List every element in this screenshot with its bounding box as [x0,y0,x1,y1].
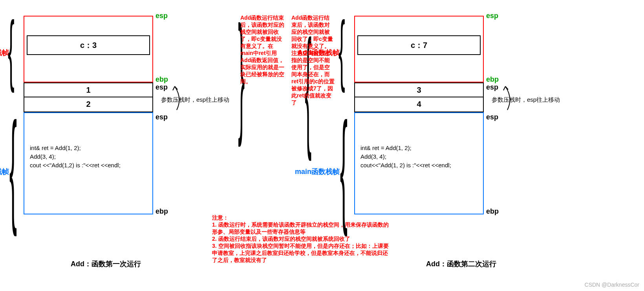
esp-black-label: esp [486,83,498,92]
c-variable-box: c：7 [357,35,481,55]
main-code: int& ret = Add(1, 2); Add(3, 4); cout <<… [30,144,121,170]
c-variable-box: c：3 [27,35,150,55]
left-caption: Add：函数第一次运行 [71,259,141,269]
esp-black-label: esp [156,83,168,92]
bottom-note: 注意： 1. 函数运行时，系统需要给该函数开辟独立的栈空间，用来保存该函数的形参… [212,214,389,264]
ebp-label: ebp [156,75,168,84]
params-block: 1 2 [24,82,153,112]
esp-black-label-2: esp [486,113,498,121]
params-block: 3 4 [354,82,484,112]
param-2: 4 [354,97,484,112]
arrow-icon [169,82,185,114]
esp-label: esp [156,12,168,20]
ebp-main-label: ebp [156,207,168,216]
middle-explanation-2: Add函数运行结束后，该函数对应的栈空间就被回收了，即c变量就没有意义了。注意空… [291,14,335,106]
right-diagram: Add函数栈帧 main函数栈帧 { { c：7 3 4 int& ret = … [342,16,499,214]
arrow-icon [499,82,515,114]
main-frame-label: main函数栈帧 [0,167,9,176]
esp-black-label-2: esp [156,113,168,121]
param-1: 1 [24,82,153,97]
param-1: 3 [354,82,484,97]
watermark: CSDN @DarknessCor [585,282,639,288]
note-1: 1. 函数运行时，系统需要给该函数开辟独立的栈空间，用来保存该函数的形参、局部变… [212,221,389,235]
note-title: 注意： [212,214,389,221]
main-stack-frame: int& ret = Add(1, 2); Add(3, 4); cout <<… [24,112,153,214]
note-2: 2. 函数运行结束后，该函数对应的栈空间就被系统回收了 [212,235,389,242]
right-caption: Add：函数第二次运行 [426,259,496,269]
add-stack-frame: c：7 [354,16,484,82]
ebp-label: ebp [486,75,499,84]
middle-explanation-1: Add函数运行结束后，该函数对应的栈空间就被回收了，即c变量就没有意义了。在ma… [240,14,285,85]
ebp-main-label: ebp [486,207,499,216]
stack-column: c：7 3 4 int& ret = Add(1, 2); Add(3, 4);… [342,16,499,214]
left-diagram: Add函数栈帧 main函数栈帧 { { c：3 1 2 int& ret = … [12,16,169,214]
main-code: int& ret = Add(1, 2); Add(3, 4); cout<<"… [360,144,451,170]
main-frame-label: main函数栈帧 [293,167,340,176]
add-stack-frame: c：3 [24,16,153,82]
param-2: 2 [24,97,153,112]
esp-label: esp [486,12,498,20]
main-stack-frame: int& ret = Add(1, 2); Add(3, 4); cout<<"… [354,112,484,214]
note-3: 3. 空间被回收指该块栈空间暂时不能使用，但是内存还在；比如：上课要申请教室，上… [212,242,389,264]
stack-column: c：3 1 2 int& ret = Add(1, 2); Add(3, 4);… [12,16,169,214]
